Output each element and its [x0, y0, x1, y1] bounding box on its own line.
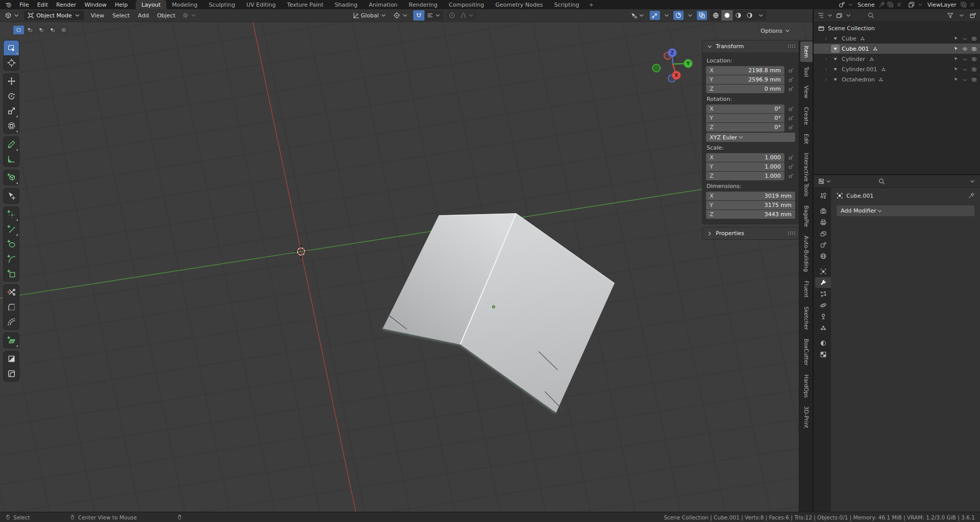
viewport-3d[interactable]: ZYX Options Transform [0, 22, 813, 512]
tool-hardops-button[interactable] [4, 366, 19, 381]
sidebar-tab-view[interactable]: View [800, 81, 813, 102]
tool-add-arc-button[interactable] [4, 252, 19, 266]
menu-render[interactable]: Render [52, 0, 80, 9]
blender-logo-icon[interactable] [2, 0, 15, 9]
tool-add-rectangle-button[interactable] [4, 266, 19, 281]
breadcrumb-object-name[interactable]: Cube.001 [846, 193, 874, 199]
lock-rotation-x[interactable] [786, 106, 795, 112]
menu-file[interactable]: File [15, 0, 33, 9]
properties-subpanel-header[interactable]: Properties [702, 227, 799, 239]
location-y-field[interactable]: Y2596.9 mm [706, 75, 784, 84]
outliner-item-cylinder-001[interactable]: Cylinder.001 [814, 64, 980, 74]
sidebar-tab-sketcher[interactable]: Sketcher [800, 302, 813, 334]
object-name[interactable]: Octahedron [842, 76, 875, 83]
xray-toggle[interactable] [697, 11, 707, 20]
drag-handle-icon[interactable] [787, 231, 795, 236]
sidebar-tab-auto-building[interactable]: Auto-Building [800, 232, 813, 276]
workspace-tab-geometry-nodes[interactable]: Geometry Nodes [489, 0, 548, 9]
workspace-tab-uv-editing[interactable]: UV Editing [241, 0, 281, 9]
select-mode-intersect-button[interactable] [58, 26, 69, 34]
tool-move-button[interactable] [4, 74, 19, 89]
properties-tab-object-data[interactable] [815, 322, 831, 333]
hide-toggle[interactable] [962, 56, 968, 62]
sidebar-tab-item[interactable]: Item [800, 41, 813, 62]
properties-tab-output[interactable] [815, 217, 831, 227]
properties-tab-world[interactable] [815, 250, 831, 261]
tool-add-point-button[interactable] [4, 207, 19, 222]
tool-options-button[interactable] [180, 11, 199, 20]
workspace-tab-shading[interactable]: Shading [329, 0, 364, 9]
menu-help[interactable]: Help [111, 0, 132, 9]
mode-selector[interactable]: Object Mode [24, 11, 84, 20]
render-visibility-toggle[interactable] [971, 77, 977, 82]
viewport-menu-select[interactable]: Select [108, 12, 134, 19]
lock-rotation-z[interactable] [786, 124, 795, 130]
selectable-toggle[interactable] [953, 77, 958, 82]
lock-rotation-y[interactable] [786, 115, 795, 121]
viewport-menu-object[interactable]: Object [153, 12, 180, 19]
scale-z-field[interactable]: Z1.000 [706, 172, 784, 180]
outliner-scope-icon[interactable] [836, 12, 843, 19]
scale-x-field[interactable]: X1.000 [706, 153, 784, 162]
search-icon[interactable] [867, 12, 875, 19]
menu-window[interactable]: Window [80, 0, 111, 9]
gizmos-toggle[interactable] [650, 11, 660, 20]
shading-wireframe-button[interactable] [710, 10, 721, 20]
tool-select-box-button[interactable] [4, 40, 19, 55]
filter-icon[interactable] [947, 12, 954, 19]
shading-options-dropdown[interactable] [755, 10, 766, 20]
view-layer-selector[interactable]: ViewLayer [908, 1, 976, 8]
outliner-item-cube[interactable]: Cube [814, 33, 980, 44]
object-name[interactable]: Cube [842, 35, 856, 42]
shading-rendered-button[interactable] [744, 10, 755, 20]
tool-trim-button[interactable] [4, 285, 19, 300]
tool-cursor-button[interactable] [4, 55, 19, 70]
scene-collection-row[interactable]: Scene Collection [814, 23, 980, 33]
selectable-toggle[interactable] [953, 56, 958, 62]
tool-add-grid-button[interactable] [4, 333, 19, 348]
object-name[interactable]: Cylinder.001 [842, 66, 877, 73]
tool-annotate-button[interactable] [4, 137, 19, 152]
selectable-toggle[interactable] [953, 67, 958, 72]
menu-edit[interactable]: Edit [33, 0, 52, 9]
properties-editor-icon[interactable] [818, 178, 825, 185]
properties-tab-object[interactable] [815, 266, 831, 277]
scene-selector[interactable]: Scene [838, 1, 903, 8]
viewport-options-button[interactable]: Options [758, 27, 794, 35]
lock-scale-x[interactable] [786, 155, 795, 160]
workspace-tab-modeling[interactable]: Modeling [166, 0, 203, 9]
render-visibility-toggle[interactable] [971, 46, 977, 52]
sidebar-tab-hardops[interactable]: HardOps [800, 370, 813, 402]
workspace-tab-layout[interactable]: Layout [136, 0, 166, 9]
object-name[interactable]: Cylinder [842, 56, 865, 62]
render-visibility-toggle[interactable] [971, 36, 977, 41]
sidebar-tab-bagapie[interactable]: BagaPie [800, 201, 813, 231]
workspace-tab-rendering[interactable]: Rendering [403, 0, 443, 9]
proportional-edit-toggle[interactable] [446, 10, 458, 20]
properties-tab-tool[interactable] [815, 190, 831, 201]
properties-tab-texture[interactable] [815, 349, 831, 360]
workspace-tab-sculpting[interactable]: Sculpting [203, 0, 241, 9]
rotation-z-field[interactable]: Z0° [706, 123, 784, 132]
rotation-mode-dropdown[interactable]: XYZ Euler [706, 133, 795, 142]
new-scene-icon[interactable] [887, 1, 894, 8]
sidebar-tab-tool[interactable]: Tool [800, 62, 813, 81]
expand-icon[interactable] [824, 36, 831, 41]
editor-type-button[interactable] [3, 11, 22, 20]
location-z-field[interactable]: Z0 mm [706, 85, 784, 93]
hide-toggle[interactable] [962, 67, 968, 72]
selectable-toggle[interactable] [953, 46, 958, 52]
lock-scale-y[interactable] [786, 164, 795, 170]
lock-scale-z[interactable] [786, 173, 795, 179]
properties-tab-modifiers[interactable] [815, 277, 831, 288]
remove-view-layer-icon[interactable] [969, 1, 976, 8]
expand-icon[interactable] [824, 57, 831, 61]
lock-location-z[interactable] [786, 86, 795, 92]
new-view-layer-icon[interactable] [960, 1, 967, 8]
add-modifier-button[interactable]: Add Modifier [837, 205, 974, 216]
expand-icon[interactable] [824, 47, 831, 51]
outliner-item-cylinder[interactable]: Cylinder [814, 54, 980, 64]
pivot-selector[interactable] [392, 11, 410, 20]
sidebar-tab-create[interactable]: Create [800, 103, 813, 129]
properties-tab-scene[interactable] [815, 239, 831, 250]
